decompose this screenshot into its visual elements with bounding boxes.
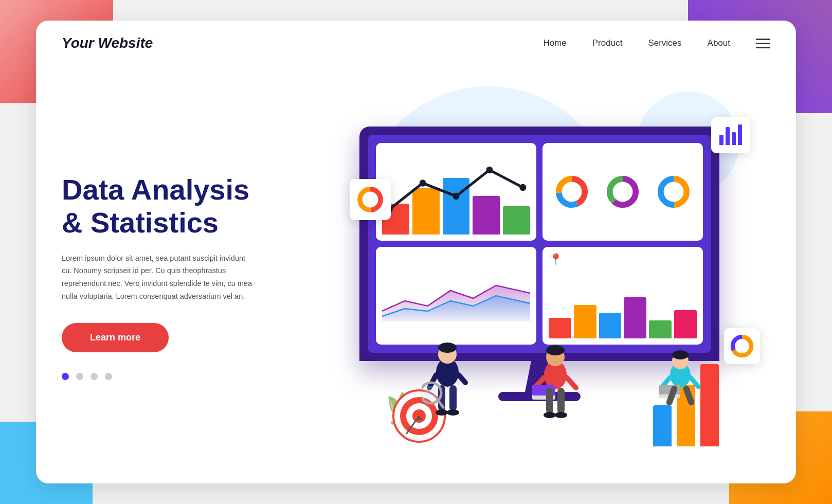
svg-point-1 [420, 179, 426, 187]
floating-donut-icon [356, 185, 385, 214]
svg-rect-58 [682, 385, 695, 406]
nav-link-home[interactable]: Home [543, 38, 566, 48]
svg-line-43 [567, 377, 576, 388]
svg-rect-33 [449, 385, 457, 411]
monitor-screen-outer: 📍 [359, 127, 719, 361]
svg-point-3 [486, 167, 493, 174]
mini-bar-4 [738, 124, 742, 145]
bottom-bar-6 [674, 310, 697, 338]
hero-illustration: 🌿 [309, 76, 770, 467]
mini-bar-3 [732, 132, 736, 145]
hamburger-menu[interactable] [756, 39, 770, 48]
svg-rect-46 [546, 388, 553, 413]
hamburger-line-1 [756, 39, 770, 40]
character-1-svg [422, 331, 473, 434]
line-chart-svg [381, 148, 531, 236]
area-chart-svg [382, 270, 530, 321]
hamburger-line-3 [756, 47, 770, 48]
svg-point-37 [424, 386, 438, 400]
svg-point-4 [519, 184, 526, 191]
dot-2[interactable] [76, 373, 83, 380]
floating-card-bottom-right [724, 328, 760, 364]
svg-point-48 [544, 412, 556, 418]
dot-3[interactable] [91, 373, 98, 380]
character-analyst-3 [657, 341, 703, 426]
svg-point-2 [453, 193, 460, 200]
bottom-bar-4 [624, 297, 646, 338]
svg-point-52 [672, 350, 689, 359]
character-2-svg [530, 334, 581, 437]
chart-panel-donuts [542, 143, 703, 241]
donut-chart-3 [656, 174, 692, 210]
bottom-bar-chart [549, 292, 697, 338]
svg-line-54 [691, 377, 698, 387]
chart-panel-area [376, 247, 536, 345]
svg-point-41 [546, 345, 565, 355]
bottom-bar-5 [649, 320, 672, 338]
character-3-svg [657, 341, 703, 424]
svg-point-35 [447, 409, 459, 416]
floating-donut-small-icon [729, 333, 755, 359]
navbar: Your Website Home Product Services About [36, 21, 796, 66]
svg-rect-47 [557, 388, 565, 413]
donut-chart-2 [605, 174, 641, 210]
nav-link-about[interactable]: About [708, 38, 730, 48]
nav-links: Home Product Services About [543, 38, 730, 48]
hero-description: Lorem ipsum dolor sit amet, sea putant s… [62, 252, 257, 303]
hero-section: Data Analysis & Statistics Lorem ipsum d… [36, 66, 796, 482]
floating-card-right [711, 117, 750, 153]
hamburger-line-2 [756, 43, 770, 44]
mini-bar-chart [717, 124, 744, 147]
hero-left: Data Analysis & Statistics Lorem ipsum d… [62, 76, 309, 467]
main-card: Your Website Home Product Services About… [36, 21, 796, 483]
svg-point-34 [436, 409, 448, 416]
svg-point-29 [438, 343, 457, 353]
character-analyst-1 [422, 331, 473, 436]
dot-1[interactable] [62, 373, 69, 380]
dot-4[interactable] [105, 373, 112, 380]
svg-point-49 [555, 412, 567, 418]
chart-panel-bar-line [376, 143, 536, 241]
learn-more-button[interactable]: Learn more [62, 323, 169, 352]
svg-line-31 [459, 375, 465, 383]
hero-title: Data Analysis & Statistics [62, 173, 309, 240]
mini-bar-2 [726, 127, 730, 145]
nav-logo[interactable]: Your Website [62, 35, 153, 51]
floating-card-left [350, 179, 391, 220]
donut-chart-1 [554, 174, 590, 210]
carousel-dots [62, 373, 309, 380]
map-pin-icon: 📍 [549, 253, 563, 266]
chart-panel-map: 📍 [542, 247, 703, 345]
mini-bar-1 [719, 135, 724, 145]
nav-link-product[interactable]: Product [592, 38, 623, 48]
monitor-screen-inner: 📍 [368, 135, 711, 353]
character-analyst-2 [530, 334, 581, 439]
nav-link-services[interactable]: Services [648, 38, 681, 48]
bottom-bar-3 [599, 313, 622, 338]
